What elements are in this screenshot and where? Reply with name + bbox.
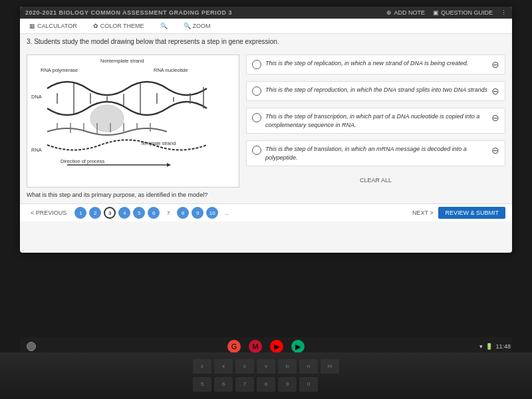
option-a[interactable]: This is the step of replication, in whic… bbox=[246, 55, 505, 74]
page-9[interactable]: 9 bbox=[192, 207, 203, 219]
page-title: 2020-2021 BIOLOGY COMMON ASSESSMENT GRAD… bbox=[25, 9, 232, 16]
main-content: Nontemplate strand RNA polymerase RNA nu… bbox=[20, 49, 512, 203]
clock: 11:48 bbox=[495, 343, 511, 350]
right-panel: This is the step of replication, in whic… bbox=[246, 55, 505, 198]
keyboard-row-2: 5 6 7 8 9 0 bbox=[193, 377, 339, 393]
wifi-icon: ▾ bbox=[479, 343, 483, 350]
keyboard: z x c v b n m 5 6 7 8 9 0 bbox=[0, 352, 532, 399]
question-follow-up: What is this step and its primary purpos… bbox=[27, 192, 239, 198]
page-3[interactable]: 3 bbox=[104, 207, 116, 219]
header-bar: 2020-2021 BIOLOGY COMMON ASSESSMENT GRAD… bbox=[20, 7, 512, 19]
option-d[interactable]: This is the step of translation, in whic… bbox=[246, 140, 505, 166]
zoom-out-button[interactable]: 🔍 bbox=[158, 21, 170, 31]
zoom-icon: 🔍 bbox=[184, 23, 191, 29]
option-a-edge: ⊖ bbox=[491, 59, 499, 70]
question-number: 3. Students study the model drawing belo… bbox=[27, 38, 505, 45]
previous-button[interactable]: < PREVIOUS bbox=[27, 207, 70, 218]
zoom-button[interactable]: 🔍 ZOOM bbox=[181, 21, 213, 31]
key-9[interactable]: 9 bbox=[278, 377, 297, 393]
left-panel: Nontemplate strand RNA polymerase RNA nu… bbox=[27, 55, 239, 198]
battery-icon: 🔋 bbox=[485, 343, 493, 350]
svg-marker-19 bbox=[167, 163, 171, 167]
gmail-icon[interactable]: M bbox=[249, 340, 262, 353]
nav-bar: < PREVIOUS 1 2 3 4 5 6 7 8 9 10 ... NEXT… bbox=[20, 203, 512, 221]
page-8[interactable]: 8 bbox=[177, 207, 189, 219]
zoom-out-icon: 🔍 bbox=[160, 23, 168, 29]
radio-c[interactable] bbox=[252, 113, 261, 122]
key-b[interactable]: b bbox=[278, 359, 297, 375]
page-10[interactable]: 10 bbox=[206, 207, 218, 219]
page-6[interactable]: 6 bbox=[148, 207, 160, 219]
question-guide-button[interactable]: ▣ QUESTION GUIDE bbox=[433, 9, 493, 16]
clear-all-button[interactable]: CLEAR ALL bbox=[246, 177, 505, 184]
page-5[interactable]: 5 bbox=[133, 207, 145, 219]
dna-helix-svg bbox=[34, 68, 220, 172]
key-5[interactable]: 5 bbox=[193, 377, 211, 393]
color-theme-button[interactable]: ✿ COLOR THEME bbox=[90, 21, 147, 31]
page-7[interactable]: 7 bbox=[162, 207, 174, 219]
key-6[interactable]: 6 bbox=[214, 377, 233, 393]
option-b-edge: ⊖ bbox=[491, 86, 499, 96]
radio-b[interactable] bbox=[252, 86, 261, 96]
option-d-edge: ⊖ bbox=[491, 145, 499, 156]
option-d-text: This is the step of translation, in whic… bbox=[265, 145, 487, 162]
page-numbers: 1 2 3 4 5 6 7 8 9 10 ... bbox=[74, 207, 233, 219]
option-c-edge: ⊖ bbox=[491, 112, 499, 123]
option-c-text: This is the step of transcription, in wh… bbox=[265, 112, 487, 129]
add-note-button[interactable]: ⊕ ADD NOTE bbox=[386, 9, 425, 16]
toolbar: ▦ CALCULATOR ✿ COLOR THEME 🔍 🔍 ZOOM bbox=[20, 19, 512, 34]
question-area: 3. Students study the model drawing belo… bbox=[20, 34, 512, 45]
page-2[interactable]: 2 bbox=[89, 207, 101, 219]
keyboard-row-1: z x c v b n m bbox=[193, 359, 339, 375]
youtube-icon[interactable]: ▶ bbox=[270, 340, 283, 353]
nav-left: < PREVIOUS 1 2 3 4 5 6 7 8 9 10 ... bbox=[27, 207, 233, 219]
page-4[interactable]: 4 bbox=[118, 207, 130, 219]
key-z[interactable]: z bbox=[193, 359, 211, 375]
option-b-text: This is the step of reproduction, in whi… bbox=[265, 86, 487, 94]
key-m[interactable]: m bbox=[321, 359, 339, 375]
menu-icon[interactable]: ⋮ bbox=[501, 9, 507, 16]
option-a-text: This is the step of replication, in whic… bbox=[265, 59, 468, 68]
header-right: ⊕ ADD NOTE ▣ QUESTION GUIDE ⋮ bbox=[386, 9, 507, 16]
page-more[interactable]: ... bbox=[221, 207, 233, 219]
calculator-icon: ▦ bbox=[29, 23, 35, 29]
page-1[interactable]: 1 bbox=[74, 207, 86, 219]
option-c[interactable]: This is the step of transcription, in wh… bbox=[246, 108, 505, 134]
next-button[interactable]: NEXT > bbox=[412, 209, 434, 216]
home-dot[interactable] bbox=[27, 342, 36, 351]
review-submit-button[interactable]: REVIEW & SUBMIT bbox=[438, 207, 505, 219]
dna-diagram: Nontemplate strand RNA polymerase RNA nu… bbox=[27, 55, 239, 188]
add-note-icon: ⊕ bbox=[386, 9, 392, 16]
key-8[interactable]: 8 bbox=[257, 377, 275, 393]
key-7[interactable]: 7 bbox=[235, 377, 254, 393]
option-b[interactable]: This is the step of reproduction, in whi… bbox=[246, 81, 505, 101]
key-c[interactable]: c bbox=[235, 359, 254, 375]
chrome-icon[interactable]: G bbox=[227, 340, 241, 353]
nav-right: NEXT > REVIEW & SUBMIT bbox=[412, 207, 505, 219]
key-n[interactable]: n bbox=[299, 359, 318, 375]
clear-all-container: CLEAR ALL bbox=[246, 173, 505, 185]
calculator-button[interactable]: ▦ CALCULATOR bbox=[27, 21, 80, 31]
nontemplate-label: Nontemplate strand bbox=[100, 58, 144, 64]
palette-icon: ✿ bbox=[93, 23, 98, 29]
key-0[interactable]: 0 bbox=[299, 377, 318, 393]
svg-point-20 bbox=[90, 105, 124, 132]
radio-d[interactable] bbox=[252, 146, 261, 155]
radio-a[interactable] bbox=[252, 60, 261, 69]
guide-icon: ▣ bbox=[433, 9, 439, 16]
key-x[interactable]: x bbox=[214, 359, 233, 375]
key-v[interactable]: v bbox=[257, 359, 275, 375]
app-icon[interactable]: ▶ bbox=[291, 340, 305, 353]
